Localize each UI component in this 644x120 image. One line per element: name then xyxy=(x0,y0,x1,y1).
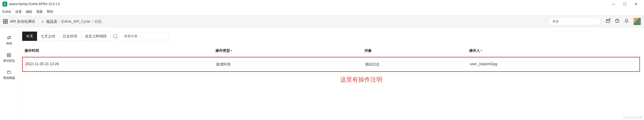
th-type[interactable]: 操作类型▾ xyxy=(216,48,364,53)
content: 今天 七天之内 过去30天 自定义时间段 操作时间 操作类型▾ 对象 操作人▾ … xyxy=(18,28,644,120)
minimize-button[interactable]: — xyxy=(612,2,615,6)
cell-obj: 测试日志 xyxy=(365,62,470,67)
cell-op: user_1lwpzr62yg xyxy=(470,62,639,67)
filter-7days[interactable]: 七天之内 xyxy=(37,32,59,41)
search-input[interactable] xyxy=(548,18,601,25)
help-icon[interactable] xyxy=(615,19,620,24)
sidebar-item-label: 用例模版 xyxy=(3,76,15,80)
search-object-input[interactable] xyxy=(116,32,169,40)
breadcrumb-leaf: 日志 xyxy=(94,19,102,24)
chevron-down-icon: ▾ xyxy=(481,49,482,52)
main: ⇄ 用例 ▤ 测试报告 🗀 用例模版 今天 七天之内 过去30天 自定义时间段 … xyxy=(0,28,644,120)
toolbar: API 自动化测试 ⌂ 根目录 / Eolink_API_Cycle / 日志 xyxy=(0,15,644,28)
cell-type: 新增环境 xyxy=(216,62,365,67)
th-op[interactable]: 操作人▾ xyxy=(469,48,640,53)
sidebar-item-template[interactable]: 🗀 用例模版 xyxy=(0,66,18,83)
filter-30days[interactable]: 过去30天 xyxy=(59,32,81,41)
breadcrumb-sep: / xyxy=(59,19,60,24)
table-row[interactable]: 2022-11-30 21:13:26 新增环境 测试日志 user_1lwpz… xyxy=(23,57,639,71)
sidebar-item-case[interactable]: ⇄ 用例 xyxy=(0,32,18,49)
home-icon[interactable]: ⌂ xyxy=(42,19,44,24)
close-button[interactable]: ✕ xyxy=(634,2,638,6)
annotation-text: 这里有操作注明 xyxy=(18,76,644,84)
avatar[interactable] xyxy=(634,18,641,25)
chevron-down-icon: ▾ xyxy=(231,49,232,52)
watermark: CSDN @红目香薰 xyxy=(623,116,642,119)
filter-today[interactable]: 今天 xyxy=(22,32,37,41)
breadcrumb-root[interactable]: 根目录 xyxy=(46,19,57,24)
filter-row: 今天 七天之内 过去30天 自定义时间段 xyxy=(18,32,644,41)
toolbar-right xyxy=(548,18,641,25)
toolbar-left: API 自动化测试 ⌂ 根目录 / Eolink_API_Cycle / 日志 xyxy=(3,19,102,24)
calendar-icon[interactable] xyxy=(606,19,610,24)
cell-time: 2022-11-30 21:13:26 xyxy=(23,62,216,67)
sidebar-item-report[interactable]: ▤ 测试报告 xyxy=(0,49,18,66)
th-op-label: 操作人 xyxy=(469,48,480,53)
search-object-wrap xyxy=(110,32,169,40)
log-table: 操作时间 操作类型▾ 对象 操作人▾ 2022-11-30 21:13:26 新… xyxy=(18,45,644,72)
th-obj: 对象 xyxy=(364,48,469,53)
table-header: 操作时间 操作类型▾ 对象 操作人▾ xyxy=(22,45,640,56)
sidebar-item-label: 用例 xyxy=(6,42,12,45)
report-icon: ▤ xyxy=(7,52,11,58)
breadcrumb-sep: / xyxy=(92,19,93,24)
titlebar: e space-hphxjz-Eolink APIKit 10.6.1.6 — … xyxy=(0,0,644,8)
app-icon: e xyxy=(2,2,7,7)
svg-rect-0 xyxy=(606,20,610,23)
menubar: Eolink 设置 编辑 视图 帮助 xyxy=(0,8,644,15)
window-controls: — ☐ ✕ xyxy=(612,2,642,6)
svg-point-5 xyxy=(617,22,618,22)
maximize-button[interactable]: ☐ xyxy=(623,2,626,6)
breadcrumb-mid[interactable]: Eolink_API_Cycle xyxy=(62,19,90,24)
sidebar-item-label: 测试报告 xyxy=(3,59,15,63)
breadcrumb: 根目录 / Eolink_API_Cycle / 日志 xyxy=(46,19,102,24)
window-title: space-hphxjz-Eolink APIKit 10.6.1.6 xyxy=(9,2,60,6)
filter-custom[interactable]: 自定义时间段 xyxy=(81,32,110,41)
highlighted-row: 2022-11-30 21:13:26 新增环境 测试日志 user_1lwpz… xyxy=(22,57,640,72)
menu-settings[interactable]: 设置 xyxy=(15,10,22,14)
template-icon: 🗀 xyxy=(7,69,12,75)
menu-help[interactable]: 帮助 xyxy=(47,10,53,14)
menu-eolink[interactable]: Eolink xyxy=(2,10,11,14)
menu-edit[interactable]: 编辑 xyxy=(26,10,32,14)
sidebar: ⇄ 用例 ▤ 测试报告 🗀 用例模版 xyxy=(0,28,18,120)
section-title: API 自动化测试 xyxy=(10,19,35,24)
th-type-label: 操作类型 xyxy=(216,48,230,53)
menu-view[interactable]: 视图 xyxy=(36,10,43,14)
apps-icon[interactable] xyxy=(3,19,8,24)
th-time: 操作时间 xyxy=(22,48,216,53)
case-icon: ⇄ xyxy=(7,35,11,40)
bell-icon[interactable] xyxy=(624,19,629,24)
